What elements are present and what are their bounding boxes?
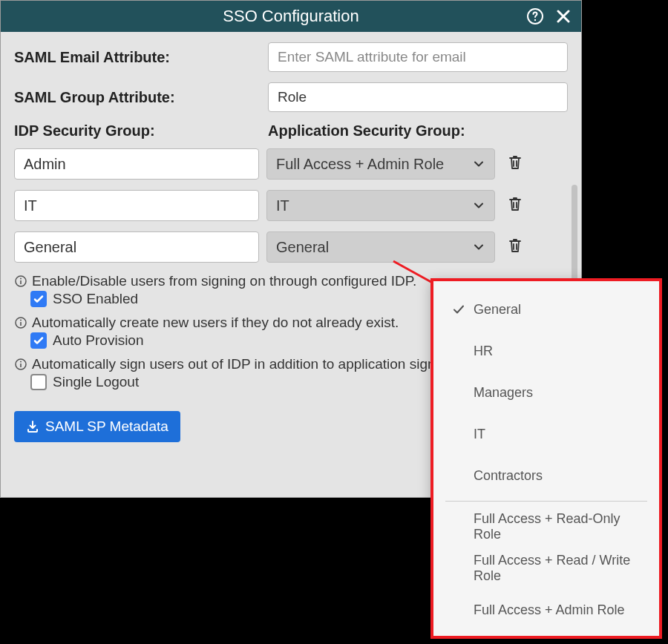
select-value: General xyxy=(276,239,329,256)
trash-icon xyxy=(506,154,524,174)
select-value: Full Access + Admin Role xyxy=(276,156,444,173)
info-icon xyxy=(14,275,27,288)
app-security-group-select[interactable]: Full Access + Admin Role xyxy=(266,148,495,180)
svg-point-10 xyxy=(20,361,22,363)
saml-email-attr-label: SAML Email Attribute: xyxy=(14,49,268,66)
app-security-group-dropdown-menu: GeneralHRManagersITContractorsFull Acces… xyxy=(430,278,662,639)
saml-email-attr-input[interactable] xyxy=(268,42,568,72)
dropdown-option-label: General xyxy=(474,302,521,318)
idp-group-input[interactable] xyxy=(14,231,259,263)
titlebar: SSO Configuration xyxy=(1,1,581,32)
single-logout-checkbox[interactable] xyxy=(30,374,47,390)
sso-enabled-checkbox[interactable] xyxy=(30,291,47,307)
group-mapping-row: Full Access + Admin Role xyxy=(14,148,568,180)
close-icon[interactable] xyxy=(553,6,574,27)
dropdown-option-label: Full Access + Read / Write Role xyxy=(474,553,644,584)
dropdown-option-label: Managers xyxy=(474,385,533,401)
dropdown-option-label: IT xyxy=(474,427,485,442)
saml-group-attr-label: SAML Group Attribute: xyxy=(14,89,268,106)
trash-icon xyxy=(506,237,524,257)
group-mapping-list: Full Access + Admin RoleITGeneral xyxy=(14,148,568,263)
dropdown-option[interactable]: HR xyxy=(433,330,659,372)
svg-point-1 xyxy=(534,19,536,21)
dropdown-option-label: Contractors xyxy=(474,468,543,484)
dropdown-option-label: Full Access + Admin Role xyxy=(474,602,625,618)
svg-rect-6 xyxy=(20,322,22,326)
chevron-down-icon xyxy=(472,157,485,171)
info-icon xyxy=(14,358,27,371)
dropdown-option[interactable]: IT xyxy=(433,413,659,455)
help-icon[interactable] xyxy=(525,6,546,27)
svg-rect-9 xyxy=(20,364,22,367)
svg-point-4 xyxy=(20,278,22,280)
app-security-group-select[interactable]: IT xyxy=(266,190,495,221)
delete-row-button[interactable] xyxy=(502,234,528,260)
auto-provision-checkbox[interactable] xyxy=(30,332,47,349)
dialog-title: SSO Configuration xyxy=(223,7,358,26)
auto-provision-label: Auto Provision xyxy=(53,332,144,349)
idp-group-header: IDP Security Group: xyxy=(14,122,268,139)
dropdown-option[interactable]: Managers xyxy=(433,372,659,413)
delete-row-button[interactable] xyxy=(502,151,528,177)
dropdown-option-label: Full Access + Read-Only Role xyxy=(474,511,644,542)
idp-group-input[interactable] xyxy=(14,190,259,221)
app-group-header: Application Security Group: xyxy=(268,122,568,139)
svg-point-7 xyxy=(20,320,22,321)
single-logout-label: Single Logout xyxy=(53,374,139,390)
saml-sp-metadata-button[interactable]: SAML SP Metadata xyxy=(14,411,180,442)
group-mapping-row: General xyxy=(14,231,568,263)
sso-enabled-label: SSO Enabled xyxy=(53,291,138,307)
select-value: IT xyxy=(276,197,289,214)
group-mapping-row: IT xyxy=(14,190,568,221)
download-icon xyxy=(26,420,39,433)
chevron-down-icon xyxy=(472,240,485,254)
chevron-down-icon xyxy=(472,199,485,212)
dropdown-option[interactable]: General xyxy=(433,289,659,330)
auto-provision-desc: Automatically create new users if they d… xyxy=(32,315,399,331)
check-icon xyxy=(448,303,469,316)
info-icon xyxy=(14,316,27,329)
dropdown-option-label: HR xyxy=(474,344,493,359)
metadata-button-label: SAML SP Metadata xyxy=(45,418,168,435)
dropdown-separator xyxy=(445,501,647,502)
dropdown-option[interactable]: Contractors xyxy=(433,455,659,496)
app-security-group-select[interactable]: General xyxy=(266,231,495,263)
trash-icon xyxy=(506,195,524,216)
delete-row-button[interactable] xyxy=(502,193,528,218)
dropdown-option[interactable]: Full Access + Read-Only Role xyxy=(433,506,659,548)
dropdown-option[interactable]: Full Access + Admin Role xyxy=(433,589,659,631)
saml-group-attr-input[interactable] xyxy=(268,82,568,112)
sso-enabled-desc: Enable/Disable users from signing on thr… xyxy=(32,273,416,289)
svg-rect-3 xyxy=(20,280,22,284)
idp-group-input[interactable] xyxy=(14,148,259,180)
single-logout-desc: Automatically sign users out of IDP in a… xyxy=(32,356,463,372)
dropdown-option[interactable]: Full Access + Read / Write Role xyxy=(433,548,659,589)
